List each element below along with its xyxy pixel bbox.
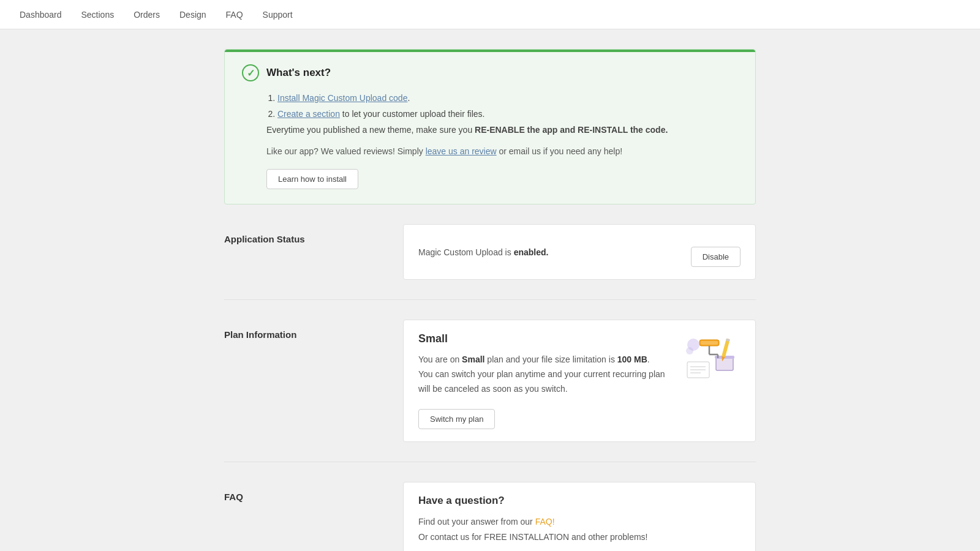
faq-label: FAQ <box>224 482 383 502</box>
re-enable-note: Everytime you published a new theme, mak… <box>266 123 738 138</box>
nav-orders[interactable]: Orders <box>134 7 160 22</box>
check-icon <box>242 64 259 81</box>
step-2: Create a section to let your customer up… <box>277 107 738 122</box>
card-header: What's next? <box>242 64 738 81</box>
nav-faq[interactable]: FAQ <box>226 7 243 22</box>
install-code-link[interactable]: Install Magic Custom Upload code <box>277 93 407 103</box>
svg-rect-7 <box>701 341 718 345</box>
faq-title: Have a question? <box>418 495 741 507</box>
plan-information-label: Plan Information <box>224 320 383 340</box>
faq-desc: Find out your answer from our FAQ! Or co… <box>418 514 741 545</box>
application-status-label: Application Status <box>224 224 383 244</box>
plan-info: Small You are on Small plan and your fil… <box>418 332 669 429</box>
whats-next-card: What's next? Install Magic Custom Upload… <box>224 49 756 204</box>
nav-sections[interactable]: Sections <box>81 7 115 22</box>
review-line: Like our app? We valued reviews! Simply … <box>266 144 738 159</box>
card-body: Install Magic Custom Upload code. Create… <box>266 91 738 189</box>
nav-dashboard[interactable]: Dashboard <box>20 7 62 22</box>
plan-illustration <box>679 332 741 381</box>
top-bar-decoration <box>225 50 755 52</box>
step-1: Install Magic Custom Upload code. <box>277 91 738 106</box>
whats-next-title: What's next? <box>266 67 331 79</box>
nav-design[interactable]: Design <box>179 7 206 22</box>
main-content: What's next? Install Magic Custom Upload… <box>214 49 766 551</box>
learn-how-install-button[interactable]: Learn how to install <box>266 169 358 189</box>
faq-card: Have a question? Find out your answer fr… <box>403 482 756 551</box>
status-row: Magic Custom Upload is enabled. Disable <box>418 237 741 267</box>
plan-desc: You are on Small plan and your file size… <box>418 353 669 396</box>
plan-card-inner: Small You are on Small plan and your fil… <box>418 332 741 429</box>
faq-link[interactable]: FAQ! <box>535 517 555 527</box>
svg-rect-0 <box>716 357 733 370</box>
divider-1 <box>224 299 756 300</box>
status-text: Magic Custom Upload is enabled. <box>418 247 548 257</box>
disable-button[interactable]: Disable <box>691 247 741 267</box>
navigation: Dashboard Sections Orders Design FAQ Sup… <box>0 0 980 29</box>
plan-information-card: Small You are on Small plan and your fil… <box>403 320 756 441</box>
divider-2 <box>224 462 756 462</box>
steps-list: Install Magic Custom Upload code. Create… <box>266 91 738 122</box>
application-status-card: Magic Custom Upload is enabled. Disable <box>403 224 756 280</box>
plan-information-section: Plan Information Small You are on Small … <box>224 320 756 441</box>
faq-section: FAQ Have a question? Find out your answe… <box>224 482 756 551</box>
leave-review-link[interactable]: leave us an review <box>426 146 497 156</box>
step2-suffix: to let your customer upload their files. <box>340 109 485 119</box>
step1-suffix: . <box>407 93 410 103</box>
svg-point-15 <box>686 347 693 354</box>
nav-support[interactable]: Support <box>263 7 293 22</box>
create-section-link[interactable]: Create a section <box>277 109 340 119</box>
application-status-section: Application Status Magic Custom Upload i… <box>224 224 756 280</box>
switch-plan-button[interactable]: Switch my plan <box>418 409 495 429</box>
plan-name: Small <box>418 332 669 345</box>
